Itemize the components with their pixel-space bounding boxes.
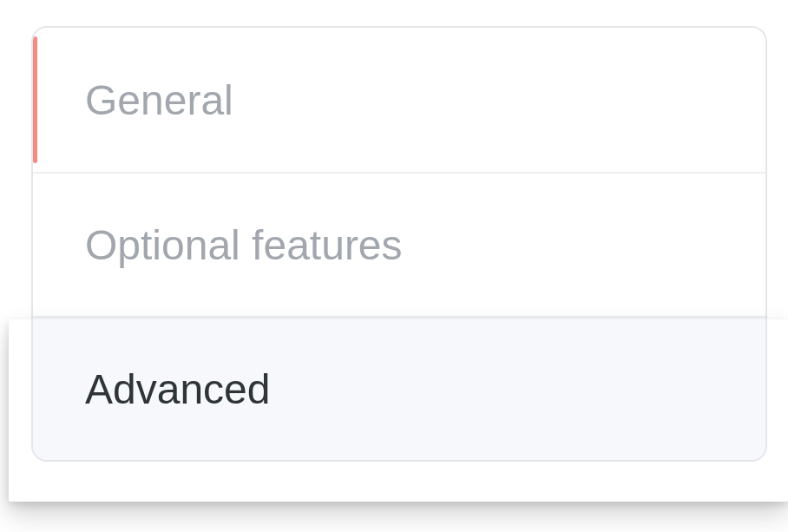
tab-advanced[interactable]: Advanced <box>33 316 765 460</box>
settings-tab-panel: General Optional features Advanced <box>31 26 767 462</box>
tab-general[interactable]: General <box>33 28 765 172</box>
tab-label: General <box>85 76 233 124</box>
tab-label: Advanced <box>85 365 271 413</box>
tab-optional-features[interactable]: Optional features <box>33 172 765 316</box>
tab-label: Optional features <box>85 221 403 269</box>
